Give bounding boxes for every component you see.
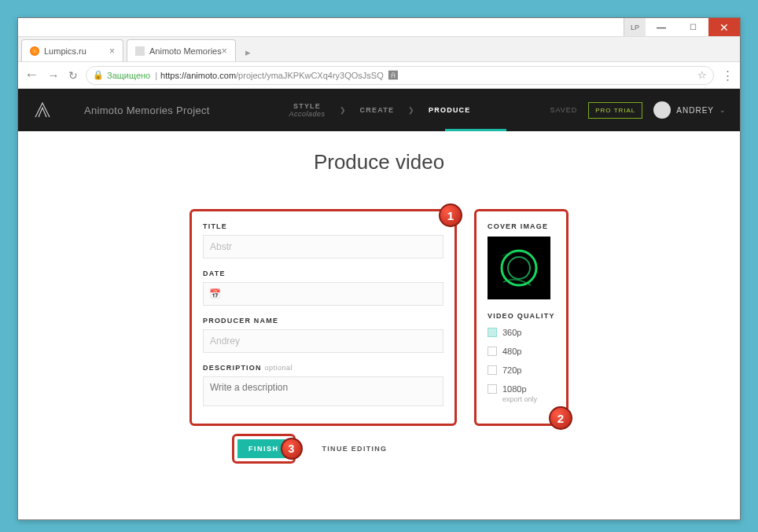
extension-badge[interactable]: LP	[624, 18, 646, 36]
project-name[interactable]: Animoto Memories Project	[84, 105, 210, 116]
step-produce[interactable]: PRODUCE	[429, 106, 470, 114]
svg-rect-0	[488, 237, 550, 299]
video-quality-label: VIDEO QUALITY	[488, 312, 555, 320]
window-titlebar: LP — ☐ ✕	[18, 18, 740, 37]
description-input[interactable]	[203, 376, 443, 406]
browser-tab[interactable]: Lumpics.ru ×	[21, 39, 123, 61]
date-input[interactable]	[203, 282, 443, 306]
address-bar: ← → ↻ 🔒 Защищено | https://animoto.com/p…	[18, 62, 740, 89]
wizard-steps: STYLE Accolades ❯ CREATE ❯ PRODUCE	[210, 102, 550, 118]
url-field[interactable]: 🔒 Защищено | https://animoto.com/project…	[86, 66, 714, 85]
description-label: DESCRIPTION optional	[203, 364, 443, 372]
chevron-right-icon: ❯	[340, 106, 346, 114]
quality-option-720p[interactable]: 720p	[488, 365, 555, 375]
checkbox-icon	[488, 328, 497, 337]
browser-tab[interactable]: Animoto Memories ×	[127, 39, 236, 61]
form-panel: 1 TITLE DATE 📅 PRODUCER NAME	[190, 209, 457, 426]
chevron-down-icon: ⌄	[719, 106, 726, 114]
favicon	[135, 46, 145, 56]
annotation-badge-1: 1	[439, 204, 462, 227]
browser-menu-icon[interactable]: ⋮	[722, 68, 734, 83]
pro-trial-button[interactable]: PRO TRIAL	[588, 102, 642, 119]
app-header: Animoto Memories Project STYLE Accolades…	[18, 89, 740, 131]
chevron-right-icon: ❯	[408, 106, 414, 114]
quality-option-1080p[interactable]: 1080p	[488, 384, 555, 394]
checkbox-icon	[488, 365, 497, 375]
back-button[interactable]: ←	[24, 67, 39, 83]
user-menu[interactable]: ANDREY ⌄	[653, 101, 726, 119]
saved-status: SAVED	[550, 106, 577, 114]
minimize-button[interactable]: —	[646, 18, 677, 36]
url-path: /project/ymaJKPKwCXq4ry3QOsJsSQ	[236, 71, 384, 80]
annotation-badge-3: 3	[281, 438, 303, 460]
title-input[interactable]	[203, 235, 443, 259]
reload-button[interactable]: ↻	[68, 69, 78, 82]
username: ANDREY	[676, 106, 714, 115]
tab-close-icon[interactable]: ×	[109, 46, 115, 57]
export-only-note: export only	[502, 395, 555, 403]
quality-option-480p[interactable]: 480p	[488, 347, 555, 356]
page-content: Produce video 1 TITLE DATE 📅 PRODUCER NA…	[18, 131, 740, 519]
title-label: TITLE	[203, 222, 443, 230]
url-host: https://animoto.com	[160, 71, 236, 80]
tab-title: Lumpics.ru	[44, 46, 86, 56]
tab-title: Animoto Memories	[149, 46, 222, 56]
date-label: DATE	[203, 270, 443, 277]
translate-icon[interactable]: 🅰	[388, 70, 398, 81]
step-style[interactable]: STYLE Accolades	[289, 102, 326, 118]
quality-option-360p[interactable]: 360p	[488, 328, 555, 337]
forward-button[interactable]: →	[46, 68, 61, 82]
step-create[interactable]: CREATE	[360, 106, 395, 114]
app-logo[interactable]	[32, 100, 53, 120]
maximize-button[interactable]: ☐	[677, 18, 708, 36]
cover-image-label: COVER IMAGE	[488, 222, 555, 230]
close-button[interactable]: ✕	[708, 18, 740, 36]
secure-label: Защищено	[107, 71, 150, 80]
calendar-icon: 📅	[209, 288, 221, 299]
tab-close-icon[interactable]: ×	[222, 46, 227, 57]
cover-image[interactable]	[488, 237, 550, 299]
checkbox-icon	[488, 347, 497, 356]
new-tab-button[interactable]: ▸	[239, 46, 257, 61]
finish-annotation: FINISH 3	[232, 434, 296, 464]
browser-tabstrip: Lumpics.ru × Animoto Memories × ▸	[18, 37, 740, 62]
avatar	[653, 101, 671, 119]
producer-label: PRODUCER NAME	[203, 317, 443, 325]
producer-input[interactable]	[203, 329, 443, 353]
lock-icon: 🔒	[93, 70, 104, 80]
action-row: FINISH 3 TINUE EDITING	[232, 434, 740, 464]
sidebar-panel: COVER IMAGE VIDEO QUALITY 360p 480p 720p…	[474, 209, 568, 426]
bookmark-icon[interactable]: ☆	[697, 69, 707, 81]
page-title: Produce video	[18, 150, 740, 174]
annotation-badge-2: 2	[549, 406, 572, 430]
continue-editing-link[interactable]: TINUE EDITING	[322, 445, 388, 453]
browser-window: LP — ☐ ✕ Lumpics.ru × Animoto Memories ×…	[17, 17, 741, 520]
favicon	[30, 46, 39, 56]
checkbox-icon	[488, 384, 497, 394]
